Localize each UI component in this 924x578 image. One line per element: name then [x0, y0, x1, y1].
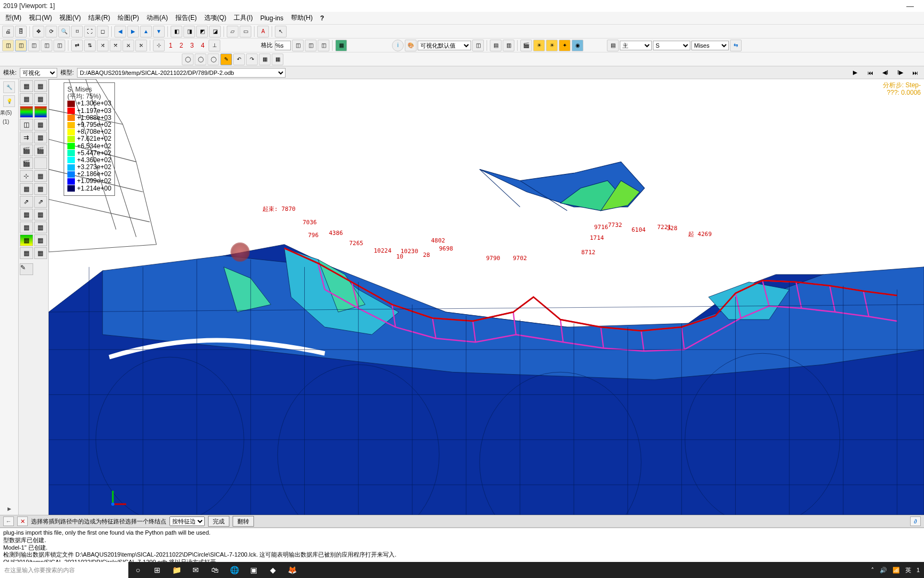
- iso1-icon[interactable]: ◧: [171, 26, 182, 37]
- tool-14b-icon[interactable]: ▦: [34, 247, 48, 259]
- tree-bulb-icon[interactable]: 💡: [3, 95, 15, 107]
- rotate-icon[interactable]: ⟳: [45, 26, 57, 37]
- menu-options[interactable]: 选项(Q): [201, 12, 229, 24]
- view-num-3[interactable]: 3: [187, 42, 197, 49]
- tray-wifi-icon[interactable]: 📶: [892, 567, 900, 574]
- triad-icon[interactable]: ⊥: [209, 40, 220, 51]
- render-style-select[interactable]: 可视化默认值: [418, 41, 471, 50]
- tool-13b-icon[interactable]: ▦: [34, 234, 48, 246]
- menu-report[interactable]: 报告(E): [172, 12, 200, 24]
- mirror-yz-icon[interactable]: ⤪: [135, 40, 147, 51]
- view-left-icon[interactable]: ◀: [114, 26, 126, 37]
- tool-13a-icon[interactable]: ▦: [20, 234, 33, 246]
- module-select[interactable]: 可视化: [20, 68, 57, 78]
- prompt-cancel-icon[interactable]: ✕: [17, 516, 28, 526]
- taskbar-edge-icon[interactable]: 🌐: [225, 562, 244, 578]
- mirror-xy-icon[interactable]: ⤧: [110, 40, 121, 51]
- anim2-icon[interactable]: ☀: [533, 40, 545, 51]
- auto-fit-icon[interactable]: ◻: [97, 26, 109, 37]
- viewport[interactable]: S, Mises (平均: 75%) +1.306e+03+1.197e+03+…: [49, 79, 924, 515]
- ds-logo-icon[interactable]: ∂: [910, 516, 921, 526]
- select-icon[interactable]: ↖: [275, 26, 287, 37]
- system-tray[interactable]: ˄ 🔊 📶 英 1: [867, 566, 924, 574]
- anim4-icon[interactable]: ✦: [559, 40, 571, 51]
- tool-7a-icon[interactable]: 🎬: [20, 157, 33, 169]
- prev-frame-icon[interactable]: ◀Ⅰ: [879, 67, 891, 78]
- undo-icon[interactable]: ↶: [233, 54, 245, 65]
- cube1-icon[interactable]: ◫: [2, 40, 14, 51]
- tray-ime[interactable]: 英: [905, 566, 911, 574]
- db-icon[interactable]: 🗄: [15, 26, 27, 37]
- last-frame-icon[interactable]: ⏭: [909, 67, 921, 78]
- iso4-icon[interactable]: ◪: [209, 26, 221, 37]
- tool-6b-icon[interactable]: 🎬: [34, 144, 48, 156]
- tool-9b-icon[interactable]: ▦: [34, 183, 48, 195]
- prompt-back-icon[interactable]: ←: [3, 516, 14, 526]
- prompt-mode-select[interactable]: 按特征边: [170, 516, 205, 526]
- taskbar-firefox-icon[interactable]: 🦊: [282, 562, 302, 578]
- taskbar-explorer-icon[interactable]: 📁: [167, 562, 186, 578]
- tool-8b-icon[interactable]: ▦: [34, 170, 48, 182]
- context-help-icon[interactable]: ?: [320, 14, 324, 22]
- tray-time[interactable]: 1: [917, 567, 920, 573]
- box3-icon[interactable]: ◫: [318, 40, 329, 51]
- done-button[interactable]: 完成: [208, 516, 229, 527]
- taskbar-terminal-icon[interactable]: ▣: [244, 562, 263, 578]
- menu-help[interactable]: 帮助(H): [288, 12, 316, 24]
- tree-tools-icon[interactable]: 🔧: [3, 81, 15, 93]
- cube4-icon[interactable]: ◫: [41, 40, 52, 51]
- menu-plugins[interactable]: Plug-ins: [257, 13, 287, 23]
- tool-12b-icon[interactable]: ▦: [34, 222, 48, 233]
- tool-3b-icon[interactable]: [34, 106, 48, 118]
- first-frame-icon[interactable]: ⏮: [864, 67, 876, 78]
- mirror-z-icon[interactable]: ⤨: [97, 40, 109, 51]
- hatch1-icon[interactable]: ▤: [490, 40, 502, 51]
- tool-14a-icon[interactable]: ▦: [20, 247, 33, 259]
- menu-animate[interactable]: 动画(A): [143, 12, 171, 24]
- circle3-icon[interactable]: ◯: [207, 54, 219, 65]
- cube3-icon[interactable]: ◫: [28, 40, 40, 51]
- taskbar-cortana-icon[interactable]: ○: [128, 562, 148, 578]
- cube5-icon[interactable]: ◫: [53, 40, 65, 51]
- zoom-box-icon[interactable]: ⌑: [71, 26, 83, 37]
- box2-icon[interactable]: ◫: [305, 40, 317, 51]
- odb-select[interactable]: D:/ABAQUS2019/temp/SICAL-20211022/DP/789…: [77, 68, 286, 78]
- tool-11b-icon[interactable]: ▦: [34, 209, 48, 220]
- iso3-icon[interactable]: ◩: [196, 26, 208, 37]
- menu-viewport[interactable]: 视口(W): [26, 12, 55, 24]
- tool-5b-icon[interactable]: ▦: [34, 132, 48, 143]
- cube2-icon[interactable]: ◫: [15, 40, 27, 51]
- menu-plot[interactable]: 绘图(P): [114, 12, 142, 24]
- tool-5a-icon[interactable]: ⇉: [20, 132, 33, 143]
- info-icon[interactable]: i: [392, 40, 404, 51]
- hatch2-icon[interactable]: ▥: [503, 40, 514, 51]
- taskbar-abaqus-icon[interactable]: ◆: [263, 562, 282, 578]
- tool-1a-icon[interactable]: ▦: [20, 80, 33, 92]
- tool-12a-icon[interactable]: ▦: [20, 222, 33, 233]
- circle2-icon[interactable]: ◯: [195, 54, 206, 65]
- taskbar-taskview-icon[interactable]: ⊞: [148, 562, 167, 578]
- fit-icon[interactable]: ⛶: [84, 26, 96, 37]
- taskbar-store-icon[interactable]: 🛍: [205, 562, 225, 578]
- view-right-icon[interactable]: ▶: [127, 26, 139, 37]
- circle1-icon[interactable]: ◯: [182, 54, 194, 65]
- flip-button[interactable]: 翻转: [233, 516, 254, 527]
- iso2-icon[interactable]: ◨: [183, 26, 195, 37]
- tray-volume-icon[interactable]: 🔊: [880, 567, 887, 574]
- tool-11a-icon[interactable]: ▦: [20, 209, 33, 220]
- tool-3a-icon[interactable]: [20, 106, 33, 118]
- taskbar-search[interactable]: 在这里输入你要搜索的内容: [0, 562, 128, 578]
- parallel-icon[interactable]: ▭: [240, 26, 251, 37]
- pan-icon[interactable]: ✥: [33, 26, 44, 37]
- tool-1b-icon[interactable]: ▦: [34, 80, 48, 92]
- scale-input[interactable]: [275, 41, 291, 50]
- menu-tools[interactable]: 工具(I): [230, 12, 256, 24]
- tool-probe-icon[interactable]: ✎: [20, 263, 33, 275]
- field-out-icon[interactable]: ▤: [607, 40, 619, 51]
- view-num-4[interactable]: 4: [198, 42, 207, 49]
- display-group-icon[interactable]: ▦: [335, 40, 347, 51]
- var-comp-select[interactable]: Mises: [691, 41, 729, 50]
- collapse-tree-icon[interactable]: ▸: [7, 504, 11, 513]
- swap-icon[interactable]: ⇆: [730, 40, 742, 51]
- menu-model[interactable]: 型(M): [2, 12, 25, 24]
